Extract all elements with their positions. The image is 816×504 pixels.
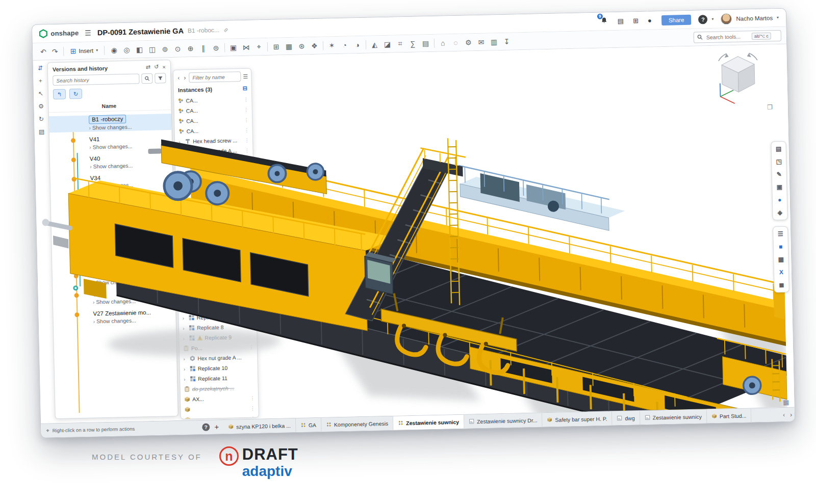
drag-handle-icon[interactable]: ⋮ [244, 107, 250, 112]
show-changes-link[interactable]: ›Show changes... [89, 142, 169, 151]
toolbar-icon[interactable] [366, 40, 366, 49]
parts-list-icon[interactable]: ◳ [773, 156, 784, 167]
appearance-icon[interactable]: ◭ [368, 38, 381, 51]
planar-mate-icon[interactable]: ◫ [146, 43, 159, 56]
toolbar-icon[interactable] [224, 43, 225, 52]
drag-handle-icon[interactable]: ⋮ [250, 405, 256, 411]
parallel-mate-icon[interactable]: ∥ [197, 42, 210, 55]
apps-grid-icon[interactable]: ▦ [783, 399, 789, 406]
user-avatar[interactable] [721, 13, 732, 24]
x-social-icon[interactable]: X [776, 267, 787, 278]
doc-tab[interactable]: Part Stud... [707, 408, 752, 423]
toolbar-icon[interactable] [434, 38, 435, 47]
filter-button[interactable] [155, 73, 166, 83]
tangent-mate-icon[interactable]: ⊜ [210, 41, 223, 54]
versions-history-icon[interactable]: ⇵ [38, 65, 43, 72]
expand-chevron-icon[interactable]: › [182, 295, 186, 300]
drawing-icon[interactable]: ▥ [488, 35, 501, 48]
graphics-area[interactable]: ⇵+↖⚙↻▤ Versions and history ⇄ ↺ × [33, 44, 795, 423]
slider-mate-icon[interactable]: ◧ [133, 43, 146, 56]
search-tools-input[interactable] [705, 33, 749, 41]
selection-icon[interactable]: ◈ [774, 207, 785, 218]
drag-handle-icon[interactable]: ⋮ [244, 147, 250, 153]
workspace-name[interactable]: B1 -roboc... [188, 26, 219, 34]
version-row[interactable]: V40 ›Show changes... [90, 153, 170, 170]
toolbar-icon[interactable] [267, 42, 268, 51]
cube-faces[interactable] [722, 56, 755, 92]
measure-icon[interactable]: ⌗ [394, 37, 407, 50]
section-view-icon[interactable]: ◪ [381, 38, 394, 50]
circular-pattern-icon[interactable]: ⊛ [295, 40, 309, 52]
ball-mate-icon[interactable]: ⊕ [184, 42, 197, 55]
tasks-icon[interactable]: ▤ [615, 17, 627, 25]
show-changes-link[interactable]: ›Show changes... [91, 200, 170, 209]
drag-handle-icon[interactable]: ⋮ [250, 395, 256, 401]
fastened-mate-icon[interactable]: ◉ [108, 44, 121, 57]
version-row[interactable]: V28 ›Show changes... [92, 289, 172, 306]
snapshot-icon[interactable]: ◔ [338, 39, 351, 51]
expand-chevron-icon[interactable]: › [183, 315, 187, 321]
insert-new-icon[interactable]: + [39, 77, 42, 85]
notes-icon[interactable]: ▤ [39, 128, 45, 136]
help-tab-icon[interactable]: ? [202, 423, 210, 431]
version-row[interactable]: B1 -roboczy ›Show changes... [49, 114, 172, 132]
back-icon[interactable]: ‹ [176, 74, 181, 82]
named-views-icon[interactable]: ⌂ [437, 37, 450, 49]
doc-tab[interactable]: dwg [612, 411, 640, 425]
relations-icon[interactable]: ⋈ [240, 41, 253, 54]
toolbar-icon[interactable] [323, 41, 323, 50]
calendar-icon[interactable]: ▦ [775, 254, 786, 265]
pin-slot-mate-icon[interactable]: ⊙ [171, 42, 185, 55]
show-changes-link[interactable]: ›Show changes... [92, 277, 172, 286]
comments-panel-icon[interactable]: ▤ [773, 143, 784, 154]
search-tools-box[interactable]: alt/⌥ c [694, 30, 781, 43]
expand-chevron-icon[interactable]: › [184, 366, 188, 372]
show-changes-link[interactable]: ›Show changes... [91, 219, 170, 228]
hide-show-icon[interactable]: ◌ [449, 36, 463, 49]
comment-icon[interactable]: ✉ [475, 36, 488, 48]
configurations-icon[interactable]: ⚙ [462, 36, 475, 49]
collapse-tree-icon[interactable]: ⊟ [242, 85, 247, 92]
expand-chevron-icon[interactable]: › [182, 284, 186, 290]
version-row[interactable]: V29 ›Show changes... [92, 270, 172, 286]
drag-handle-icon[interactable]: ⋮ [244, 117, 250, 122]
replicate-icon[interactable]: ❖ [308, 39, 321, 52]
doc-tab[interactable]: Komponenety Genesis [321, 416, 394, 432]
drag-handle-icon[interactable]: ⋮ [249, 344, 255, 350]
forward-icon[interactable]: › [183, 74, 187, 81]
expand-chevron-icon[interactable]: › [184, 376, 188, 382]
drag-handle-icon[interactable]: ⋮ [243, 96, 249, 102]
show-changes-link[interactable]: ›Show changes... [89, 122, 168, 131]
show-changes-link[interactable]: ›Show changes... [91, 238, 171, 248]
version-row[interactable]: V31 ›Show changes... [91, 231, 171, 248]
compare-icon[interactable]: ⇄ [146, 64, 151, 70]
outline-icon[interactable]: ☰ [775, 228, 786, 240]
version-row[interactable]: V34 ›Show changes... [90, 173, 170, 190]
expand-chevron-icon[interactable]: › [183, 356, 187, 361]
revolute-mate-icon[interactable]: ◎ [120, 43, 134, 56]
link-icon[interactable]: ∞ [221, 25, 230, 34]
instance-row[interactable] [179, 155, 253, 282]
apps-icon[interactable]: ⊞ [630, 17, 641, 24]
gear-icon[interactable]: ⚙ [38, 103, 44, 110]
help-button[interactable]: ? [698, 15, 707, 24]
doc-tab[interactable]: Zestawienie suwnicy [640, 409, 707, 425]
mass-properties-icon[interactable]: ∑ [406, 37, 420, 50]
doc-tab[interactable]: szyna KP120 i belka ... [223, 418, 296, 434]
menu-icon[interactable]: ☰ [83, 29, 93, 37]
tabs-scroll-left-icon[interactable]: ‹ [780, 411, 787, 418]
show-changes-link[interactable]: ›Show changes... [90, 161, 169, 170]
route-toggle-icon[interactable]: ↰ [53, 89, 66, 100]
version-row[interactable]: V32 lasery szkic re... ›Show changes... [91, 211, 171, 228]
expand-chevron-icon[interactable]: › [183, 325, 187, 331]
standard-content-icon[interactable]: ⊞ [270, 40, 283, 53]
search-button[interactable] [141, 73, 152, 84]
drag-handle-icon[interactable]: ⋮ [244, 137, 250, 143]
insert-button[interactable]: ⊞ Insert ▾ [67, 45, 101, 57]
expand-chevron-icon[interactable]: › [183, 335, 187, 341]
tabs-scroll-right-icon[interactable]: › [787, 411, 795, 418]
view-options-icon[interactable]: ❒ [767, 103, 773, 111]
version-row[interactable]: V41 ›Show changes... [89, 134, 169, 151]
show-changes-link[interactable]: ›Show changes... [90, 180, 170, 190]
doc-tab[interactable]: GA [296, 418, 322, 432]
